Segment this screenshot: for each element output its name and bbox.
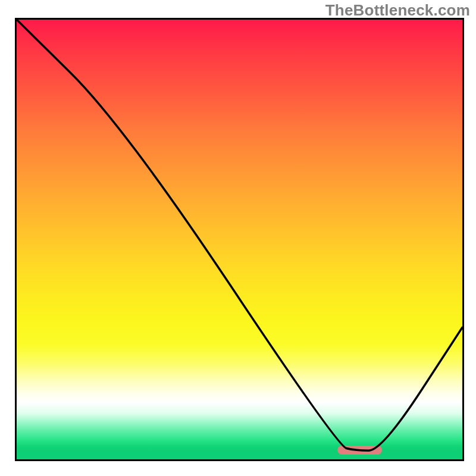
plot-area (15, 18, 464, 461)
chart-container: TheBottleneck.com (0, 0, 476, 476)
sweet-spot-marker (337, 446, 382, 455)
gradient-background (17, 20, 462, 459)
watermark-text: TheBottleneck.com (325, 1, 470, 20)
